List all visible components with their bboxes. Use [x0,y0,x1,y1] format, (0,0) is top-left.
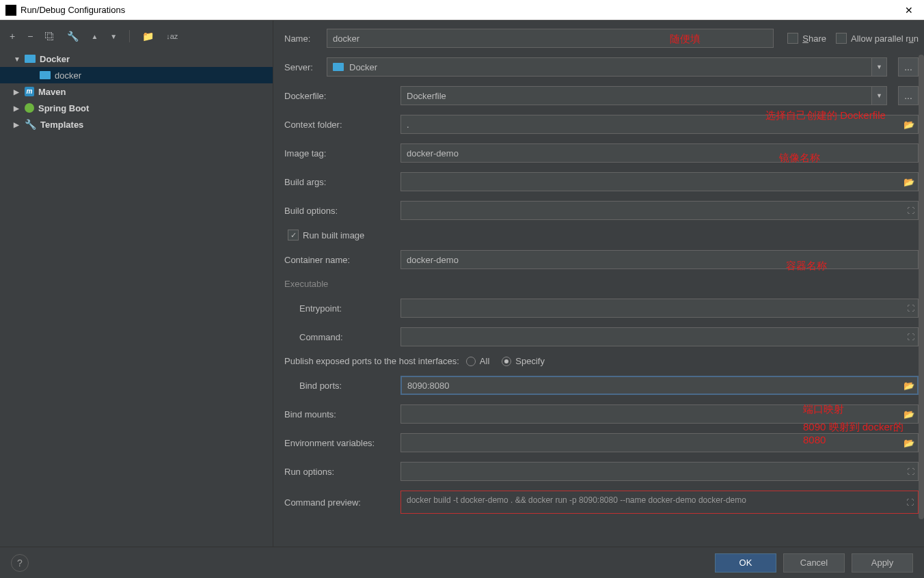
bind-ports-label: Bind ports: [284,381,394,391]
name-input[interactable] [327,29,774,48]
up-button[interactable]: ▲ [91,33,98,40]
expand-icon[interactable]: ⛶ [907,467,914,476]
sidebar: + − ⿻ 🔧 ▲ ▼ 📁 ↓az ▼ Docker docker ▶ m [0,20,273,547]
radio-icon [502,357,511,366]
folder-icon[interactable]: 📂 [903,409,914,419]
build-options-input[interactable] [400,201,919,220]
tree-node-docker[interactable]: ▼ Docker [0,51,273,67]
parallel-checkbox[interactable]: Allow parallel run [836,33,919,44]
env-label: Environment variables: [284,438,394,448]
apply-button[interactable]: Apply [852,553,913,573]
checkbox-icon: ✓ [288,230,299,240]
command-label: Command: [284,332,394,342]
publish-label: Publish exposed ports to the host interf… [284,356,459,366]
add-button[interactable]: + [10,31,15,42]
share-checkbox[interactable]: Share [787,33,826,44]
parallel-label: Allow parallel run [851,33,919,44]
dockerfile-label: Dockerfile: [284,91,394,101]
radio-icon [466,357,476,366]
config-form: Name: 随便填 Share Allow parallel run Serve… [273,20,924,547]
folder-icon[interactable]: 📂 [903,381,914,391]
server-value: Docker [349,62,377,72]
name-label: Name: [284,33,320,44]
folder-icon[interactable]: 📂 [903,438,914,448]
copy-button[interactable]: ⿻ [45,31,55,42]
title-bar: Run/Debug Configurations ✕ [0,0,924,20]
run-options-label: Run options: [284,467,394,477]
tree-node-maven[interactable]: ▶ m Maven [0,83,273,100]
folder-button[interactable]: 📁 [142,31,154,42]
executable-section: Executable [284,279,919,289]
tree-label: Spring Boot [38,103,89,113]
image-tag-input[interactable] [400,143,919,163]
expand-icon[interactable]: ⛶ [907,304,914,312]
dockerfile-input[interactable] [400,86,872,105]
run-options-input[interactable] [400,462,919,481]
separator [129,30,130,42]
cancel-button[interactable]: Cancel [783,553,845,573]
tree-label: docker [55,70,81,81]
server-select[interactable]: Docker [327,57,872,77]
expand-icon[interactable]: ⛶ [907,206,914,215]
run-built-label: Run built image [303,230,364,240]
folder-icon[interactable]: 📂 [903,177,914,187]
remove-button[interactable]: − [27,31,33,42]
sort-button[interactable]: ↓az [166,32,178,40]
chevron-down-icon: ▼ [14,55,21,63]
spring-icon [25,103,34,113]
scrollbar[interactable] [919,55,924,547]
all-label: All [480,356,489,366]
bind-mounts-input[interactable] [400,404,919,424]
command-input[interactable] [400,327,919,346]
checkbox-icon [787,33,798,44]
build-args-label: Build args: [284,177,394,187]
dropdown-button[interactable]: ▼ [872,86,887,105]
preview-label: Command preview: [284,497,394,508]
container-name-input[interactable] [400,250,919,269]
ok-button[interactable]: OK [715,553,776,573]
help-button[interactable]: ? [11,554,29,572]
tree-node-templates[interactable]: ▶ 🔧 Templates [0,116,273,133]
app-icon [5,5,16,16]
config-tree: ▼ Docker docker ▶ m Maven ▶ Spring Boot … [0,46,273,133]
build-args-input[interactable] [400,172,919,191]
chevron-right-icon: ▶ [14,105,21,112]
entrypoint-label: Entrypoint: [284,303,394,314]
tree-node-spring[interactable]: ▶ Spring Boot [0,100,273,116]
docker-icon [25,55,36,63]
tree-node-docker-child[interactable]: docker [0,67,273,83]
folder-icon[interactable]: 📂 [903,120,914,130]
expand-icon[interactable]: ⛶ [906,498,914,506]
config-toolbar: + − ⿻ 🔧 ▲ ▼ 📁 ↓az [0,26,273,46]
bind-mounts-label: Bind mounts: [284,409,394,419]
env-input[interactable] [400,433,919,452]
browse-button[interactable]: ... [898,86,919,105]
down-button[interactable]: ▼ [110,33,117,40]
close-icon[interactable]: ✕ [899,5,919,16]
tree-label: Maven [38,87,66,97]
specify-radio[interactable]: Specify [502,356,545,366]
browse-button[interactable]: ... [898,57,919,77]
all-radio[interactable]: All [466,356,489,366]
specify-label: Specify [515,356,545,366]
edit-button[interactable]: 🔧 [67,31,79,42]
context-input[interactable] [400,115,919,134]
share-label: Share [802,33,826,44]
dialog-footer: ? OK Cancel Apply [0,547,924,578]
container-name-label: Container name: [284,255,394,265]
chevron-right-icon: ▶ [14,88,21,96]
maven-icon: m [25,87,34,96]
dropdown-button[interactable]: ▼ [872,57,887,77]
docker-icon [333,63,344,71]
entrypoint-input[interactable] [400,299,919,318]
run-built-checkbox[interactable]: ✓ Run built image [288,230,364,240]
command-preview: docker build -t docker-demo . && docker … [400,491,919,514]
wrench-icon: 🔧 [25,119,36,130]
tree-label: Templates [40,120,83,130]
bind-ports-input[interactable] [400,376,919,395]
docker-icon [40,71,51,79]
build-options-label: Build options: [284,206,394,216]
expand-icon[interactable]: ⛶ [907,333,914,341]
checkbox-icon [836,33,847,44]
chevron-right-icon: ▶ [14,121,21,128]
